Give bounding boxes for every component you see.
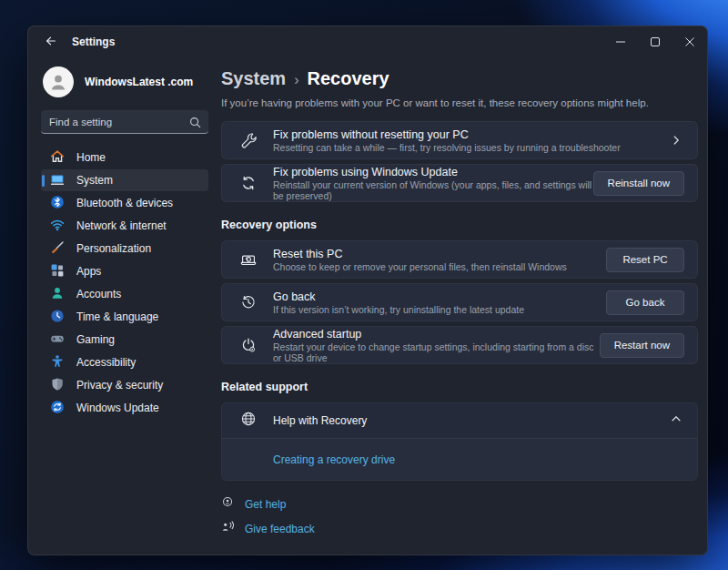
maximize-icon [651, 36, 660, 49]
home-icon [50, 149, 65, 167]
footer-link-label: Give feedback [245, 523, 315, 535]
give-feedback-icon [221, 520, 235, 537]
recovery-options-heading: Recovery options [221, 219, 698, 231]
window-title: Settings [72, 36, 115, 48]
sidebar-item-label: Bluetooth & devices [76, 197, 173, 209]
page-title: Recovery [307, 68, 389, 89]
sync-icon [240, 175, 257, 191]
help-with-recovery-header[interactable]: Help with Recovery [222, 403, 697, 438]
restart-now-button[interactable]: Restart now [600, 333, 684, 358]
card-description: Choose to keep or remove your personal f… [273, 261, 606, 272]
get-help-icon [221, 495, 235, 513]
breadcrumb: System › Recovery [221, 68, 698, 89]
sidebar-item-label: Gaming [76, 333, 115, 346]
update-icon [50, 400, 65, 417]
sidebar-item-label: Privacy & security [76, 379, 163, 392]
sidebar-item-windows-update[interactable]: Windows Update [41, 397, 208, 419]
person-icon [50, 286, 65, 303]
sidebar-item-gaming[interactable]: Gaming [41, 329, 208, 351]
help-link-row: Creating a recovery drive [222, 439, 697, 480]
settings-window: Settings WindowsLat [27, 25, 708, 555]
card-description: Reinstall your current version of Window… [273, 179, 593, 201]
paintbrush-icon [50, 240, 65, 258]
reset-pc-icon [240, 251, 257, 268]
close-button[interactable] [672, 26, 707, 57]
avatar [43, 66, 74, 97]
sidebar-item-accounts[interactable]: Accounts [41, 283, 208, 305]
wifi-icon [50, 218, 65, 235]
apps-icon [50, 263, 65, 280]
sidebar-item-time-language[interactable]: Time & language [41, 306, 208, 328]
related-support-heading: Related support [221, 381, 698, 393]
breadcrumb-system[interactable]: System [221, 68, 286, 89]
sidebar-item-accessibility[interactable]: Accessibility [41, 351, 208, 373]
card-fix-problems-windows-update[interactable]: Fix problems using Windows Update Reinst… [221, 164, 698, 202]
sidebar-item-label: Apps [76, 265, 101, 278]
card-title: Fix problems using Windows Update [273, 166, 593, 178]
sidebar-item-label: Accounts [76, 288, 121, 300]
minimize-button[interactable] [603, 26, 638, 57]
sidebar-item-system[interactable]: System [41, 169, 208, 191]
chevron-right-icon [670, 134, 684, 147]
card-description: If this version isn’t working, try unins… [273, 304, 606, 315]
bluetooth-icon [50, 195, 65, 212]
give-feedback-link[interactable]: Give feedback [221, 520, 315, 537]
sidebar: WindowsLatest .com Home System [28, 57, 221, 555]
sidebar-item-label: System [76, 174, 113, 187]
sidebar-item-label: Windows Update [76, 402, 159, 414]
sidebar-item-label: Home [76, 151, 106, 164]
gamepad-icon [50, 331, 65, 349]
maximize-button[interactable] [638, 26, 672, 57]
sidebar-item-network-internet[interactable]: Network & internet [41, 215, 208, 237]
sidebar-item-privacy-security[interactable]: Privacy & security [41, 374, 208, 396]
help-card-title: Help with Recovery [273, 414, 670, 427]
card-reset-this-pc[interactable]: Reset this PC Choose to keep or remove y… [221, 240, 698, 279]
search-box [41, 110, 208, 134]
card-title: Reset this PC [273, 248, 606, 260]
reinstall-now-button[interactable]: Reinstall now [593, 171, 684, 196]
search-input[interactable] [41, 110, 208, 134]
sidebar-item-personalization[interactable]: Personalization [41, 238, 208, 260]
card-advanced-startup[interactable]: Advanced startup Restart your device to … [221, 326, 698, 364]
reset-pc-button[interactable]: Reset PC [606, 248, 684, 272]
breadcrumb-separator: › [294, 70, 298, 88]
get-help-link[interactable]: Get help [221, 495, 286, 513]
help-with-recovery-card: Help with Recovery Creating a recovery d… [221, 402, 698, 481]
page-subtitle: If you’re having problems with your PC o… [221, 97, 698, 108]
chevron-up-icon [670, 412, 682, 429]
system-icon [50, 172, 65, 189]
sidebar-item-home[interactable]: Home [41, 147, 208, 168]
sidebar-item-label: Accessibility [76, 356, 136, 369]
power-gear-icon [240, 337, 257, 353]
main-content: System › Recovery If you’re having probl… [221, 57, 707, 555]
clock-icon [50, 309, 65, 326]
minimize-icon [616, 36, 625, 49]
card-title: Fix problems without resetting your PC [273, 128, 670, 141]
desktop-wallpaper: Settings WindowsLat [0, 0, 728, 570]
titlebar[interactable]: Settings [28, 26, 707, 57]
sidebar-item-apps[interactable]: Apps [41, 260, 208, 282]
sidebar-nav: Home System Bluetooth & devices Network … [41, 147, 208, 419]
creating-recovery-drive-link[interactable]: Creating a recovery drive [273, 453, 395, 466]
card-title: Advanced startup [273, 328, 600, 341]
sidebar-item-label: Network & internet [76, 219, 167, 232]
back-button[interactable] [39, 30, 63, 54]
globe-icon [240, 411, 257, 431]
card-description: Restart your device to change startup se… [273, 341, 600, 363]
close-icon [685, 36, 694, 49]
card-fix-problems-troubleshooter[interactable]: Fix problems without resetting your PC R… [221, 121, 698, 159]
wrench-icon [240, 132, 257, 148]
footer-links: Get help Give feedback [221, 495, 698, 537]
sidebar-item-label: Time & language [76, 310, 158, 323]
history-clock-icon [240, 294, 257, 310]
card-title: Go back [273, 290, 606, 303]
go-back-button[interactable]: Go back [606, 290, 684, 315]
card-description: Resetting can take a while — first, try … [273, 142, 670, 153]
user-account[interactable]: WindowsLatest .com [41, 59, 208, 110]
shield-icon [50, 377, 65, 394]
sidebar-item-bluetooth-devices[interactable]: Bluetooth & devices [41, 192, 208, 214]
card-go-back[interactable]: Go back If this version isn’t working, t… [221, 283, 698, 321]
sidebar-item-label: Personalization [76, 242, 151, 255]
arrow-left-icon [45, 35, 57, 50]
footer-link-label: Get help [245, 498, 286, 511]
